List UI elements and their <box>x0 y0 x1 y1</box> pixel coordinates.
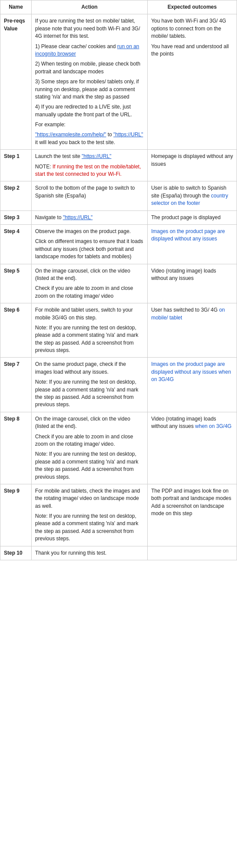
header-name: Name <box>0 0 32 14</box>
row-name: Step 10 <box>0 546 32 560</box>
normal-text: Launch the test site <box>35 153 81 159</box>
header-action: Action <box>32 0 148 14</box>
row-name: Step 1 <box>0 150 32 181</box>
row-action: If you are running the test on mobile/ t… <box>32 14 148 150</box>
action-text: If you are running the test on mobile/ t… <box>35 17 144 40</box>
row-name: Step 5 <box>0 264 32 303</box>
table-row: Step 10Thank you for running this test. <box>0 546 237 560</box>
row-action: On the image carousel, click on the vide… <box>32 412 148 484</box>
action-text: For mobile and tablet users, switch to y… <box>35 306 144 322</box>
row-action: Thank you for running this test. <box>32 546 148 560</box>
action-text: Click on different images to ensure that… <box>35 238 144 260</box>
table-row: Step 5On the image carousel, click on th… <box>0 264 237 303</box>
row-action: For mobile and tablet users, switch to y… <box>32 303 148 358</box>
mixed-text: User is able to switch to Spanish site (… <box>151 184 233 207</box>
normal-text: Scroll to the bottom of the page to swit… <box>35 185 135 198</box>
row-name: Step 8 <box>0 412 32 484</box>
row-action: Navigate to "https://URL" <box>32 210 148 224</box>
row-outcome: Images on the product page are displayed… <box>147 224 237 264</box>
mixed-text: Navigate to "https://URL" <box>35 214 144 221</box>
action-text: 3) Some steps are for mobiles/ tablets o… <box>35 78 144 101</box>
table-row: Step 4Observe the images on the product … <box>0 224 237 264</box>
action-text: Thank you for running this test. <box>35 549 144 557</box>
row-outcome: Homepage is displayed without any issues <box>147 150 237 181</box>
action-text: You have both Wi-Fi and 3G/ 4G options t… <box>151 17 233 40</box>
mixed-text: Scroll to the bottom of the page to swit… <box>35 184 144 200</box>
table-row: Step 6For mobile and tablet users, switc… <box>0 303 237 358</box>
action-text: Check if you are able to zoom in and clo… <box>35 433 144 448</box>
row-outcome: User has switched to 3G/ 4G on mobile/ t… <box>147 303 237 358</box>
row-name: Step 4 <box>0 224 32 264</box>
mixed-text: Images on the product page are displayed… <box>151 361 233 383</box>
row-name: Step 9 <box>0 484 32 546</box>
normal-text: The PDP and images look fine on both por… <box>151 488 231 516</box>
row-outcome: The product page is displayed <box>147 210 237 224</box>
blue-text: when on 3G/4G <box>195 423 231 429</box>
link-text: "https://examplesite.com/help/" <box>35 132 106 138</box>
action-text: You have read and understood all the poi… <box>151 43 233 58</box>
mixed-text: "https://examplesite.com/help/" to "http… <box>35 131 144 146</box>
link-text: "https://URL" <box>82 153 112 159</box>
table-row: Step 9For mobile and tablets, check the … <box>0 484 237 546</box>
row-name: Pre-reqs Value <box>0 14 32 150</box>
row-outcome: Video (rotating image) loads without any… <box>147 412 237 484</box>
action-text: Note: If you are running the test on des… <box>35 378 144 409</box>
table-row: Step 8On the image carousel, click on th… <box>0 412 237 484</box>
row-action: On the same product page, check if the i… <box>32 358 148 412</box>
normal-text: NOTE: <box>35 164 52 170</box>
action-text: Observe the images on the product page. <box>35 228 144 235</box>
row-outcome: The PDP and images look fine on both por… <box>147 484 237 546</box>
action-text: Homepage is displayed without any issues <box>151 153 233 168</box>
row-name: Step 3 <box>0 210 32 224</box>
table-row: Step 1Launch the test site "https://URL"… <box>0 150 237 181</box>
normal-text: Navigate to <box>35 214 63 220</box>
mixed-text: User has switched to 3G/ 4G on mobile/ t… <box>151 306 233 322</box>
table-row: Pre-reqs ValueIf you are running the tes… <box>0 14 237 150</box>
normal-text: it will lead you back to the test site. <box>35 139 115 145</box>
action-text: For mobile and tablets, check the images… <box>35 487 144 510</box>
row-action: Observe the images on the product page.C… <box>32 224 148 264</box>
normal-text: to <box>106 132 114 138</box>
row-name: Step 2 <box>0 181 32 210</box>
table-row: Step 7On the same product page, check if… <box>0 358 237 412</box>
mixed-text: Launch the test site "https://URL" <box>35 153 144 160</box>
row-name: Step 6 <box>0 303 32 358</box>
normal-text: User has switched to 3G/ 4G <box>151 307 219 313</box>
mixed-text: 1) Please clear cache/ cookies and run o… <box>35 43 144 58</box>
row-action: Launch the test site "https://URL"NOTE: … <box>32 150 148 181</box>
blue-text: Images on the product page are displayed… <box>151 361 231 382</box>
row-outcome <box>147 546 237 560</box>
row-name: Step 7 <box>0 358 32 412</box>
row-action: Scroll to the bottom of the page to swit… <box>32 181 148 210</box>
normal-text: Note: If you are running the test on des… <box>35 325 138 353</box>
action-text: For example: <box>35 121 144 128</box>
action-text: Note: If you are running the test on des… <box>35 513 144 543</box>
action-text: 2) When testing on mobile, please check … <box>35 60 144 76</box>
row-outcome: Images on the product page are displayed… <box>147 358 237 412</box>
action-text: The product page is displayed <box>151 214 233 221</box>
header-outcome: Expected outcomes <box>147 0 237 14</box>
table-row: Step 3Navigate to "https://URL"The produ… <box>0 210 237 224</box>
normal-text: 1) Please clear cache/ cookies and <box>35 43 117 49</box>
action-text: 4) If you are redirected to a LIVE site,… <box>35 103 144 118</box>
mixed-text: NOTE: If running the test on the mobile/… <box>35 163 144 178</box>
link-text: "https://URL" <box>63 214 93 220</box>
action-text: Check if you are able to zoom in and clo… <box>35 285 144 300</box>
row-action: On the image carousel, click on the vide… <box>32 264 148 303</box>
action-text: On the image carousel, click on the vide… <box>35 415 144 431</box>
table-row: Step 2Scroll to the bottom of the page t… <box>0 181 237 210</box>
main-table: Name Action Expected outcomes Pre-reqs V… <box>0 0 237 560</box>
mixed-text: The PDP and images look fine on both por… <box>151 487 233 518</box>
row-outcome: Video (rotating image) loads without any… <box>147 264 237 303</box>
mixed-text: Images on the product page are displayed… <box>151 228 233 243</box>
row-outcome: User is able to switch to Spanish site (… <box>147 181 237 210</box>
action-text: On the same product page, check if the i… <box>35 361 144 376</box>
link-text: "https://URL" <box>114 132 143 138</box>
action-text: On the image carousel, click on the vide… <box>35 267 144 283</box>
action-text: Note: If you are running the test on des… <box>35 450 144 481</box>
action-text: Video (rotating image) loads without any… <box>151 267 233 283</box>
row-outcome: You have both Wi-Fi and 3G/ 4G options t… <box>147 14 237 150</box>
mixed-text: Video (rotating image) loads without any… <box>151 415 233 431</box>
row-action: For mobile and tablets, check the images… <box>32 484 148 546</box>
blue-text: Images on the product page are displayed… <box>151 228 225 242</box>
